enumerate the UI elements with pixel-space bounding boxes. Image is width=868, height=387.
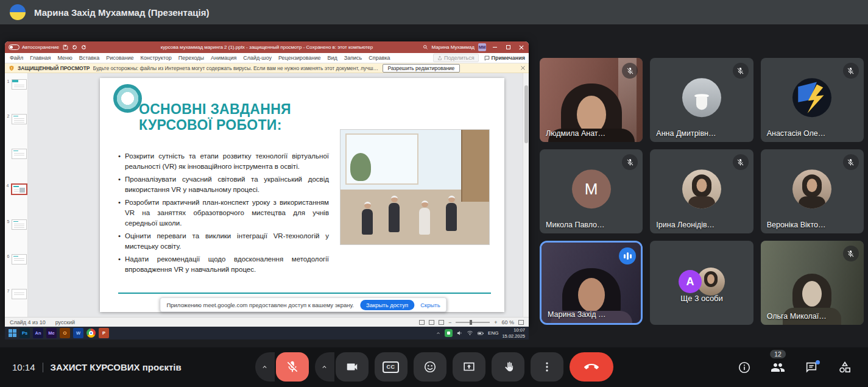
ppt-workspace: 1 2 4 5 xyxy=(5,73,529,317)
scrollbar-thumb[interactable] xyxy=(524,85,528,143)
avatar-detail xyxy=(696,96,707,110)
slide-thumbnail-5[interactable]: 5 xyxy=(6,219,27,230)
raise-hand-button[interactable] xyxy=(492,352,524,382)
participant-tile-iryna[interactable]: Ірина Леонідів… xyxy=(650,149,753,233)
participant-tile-veronika[interactable]: Вероніка Вікто… xyxy=(761,149,864,233)
thumb-sketch xyxy=(14,225,24,226)
slide-thumbnail-3[interactable] xyxy=(6,149,27,159)
reactions-button[interactable] xyxy=(414,352,446,382)
reading-view-icon[interactable] xyxy=(429,320,434,325)
zoom-percent[interactable]: 60 % xyxy=(501,319,514,325)
participant-tile-maryna-speaking[interactable]: Марина Захід … xyxy=(540,241,643,325)
people-button[interactable] xyxy=(771,360,785,375)
slide-thumbnail-7[interactable]: 7 xyxy=(6,289,27,299)
search-icon[interactable] xyxy=(423,44,428,50)
taskbar-app-powerpoint[interactable]: P xyxy=(99,328,109,338)
enable-editing-button[interactable]: Разрешить редактирование xyxy=(383,64,460,73)
participant-name: Людмила Анат… xyxy=(546,129,605,138)
protected-view-banner: ЗАЩИЩЕННЫЙ ПРОСМОТР Будьте осторожны: фа… xyxy=(5,63,529,73)
stop-sharing-button[interactable]: Закрыть доступ xyxy=(360,300,414,310)
taskbar-app-photoshop[interactable]: Ps xyxy=(19,328,30,338)
chrome-icon[interactable] xyxy=(86,328,96,338)
fit-slide-icon[interactable] xyxy=(518,320,524,325)
slide-thumbnail-4-active[interactable]: 4 xyxy=(5,183,27,195)
zoom-slider-knob[interactable] xyxy=(470,320,472,325)
captions-button[interactable]: CC xyxy=(375,352,408,382)
activities-button[interactable] xyxy=(838,360,852,375)
slideshow-view-icon[interactable] xyxy=(439,320,444,325)
raise-hand-icon xyxy=(501,360,515,374)
save-icon[interactable] xyxy=(63,44,68,50)
taskbar-app-orange[interactable]: O xyxy=(60,328,70,338)
taskbar-app-media-encoder[interactable]: Me xyxy=(46,328,57,338)
taskbar-app-animate[interactable]: An xyxy=(33,328,43,338)
thumb-sketch xyxy=(13,151,18,151)
shared-screen-powerpoint[interactable]: Автосохранение курсова мухаммад маринга … xyxy=(5,41,529,327)
menu-tab-transitions[interactable]: Переходы xyxy=(178,55,204,61)
vertical-scrollbar[interactable] xyxy=(523,73,529,317)
slide-thumbnail-1[interactable]: 1 xyxy=(6,79,27,90)
redo-icon[interactable] xyxy=(81,44,86,50)
photo-figure xyxy=(388,196,400,232)
autosave-toggle[interactable]: Автосохранение xyxy=(9,44,59,50)
keyboard-language[interactable]: ENG xyxy=(488,330,498,336)
participant-tile-anastasiia[interactable]: Анастасія Оле… xyxy=(761,58,864,142)
mic-off-icon xyxy=(843,63,859,79)
mic-off-icon xyxy=(843,246,859,261)
participant-tile-others-group[interactable]: А Ще 3 особи xyxy=(650,241,753,325)
menu-tab-menu[interactable]: Меню xyxy=(57,55,72,61)
mic-mute-button[interactable] xyxy=(276,352,309,382)
banner-close-icon[interactable] xyxy=(521,66,525,70)
menu-tab-home[interactable]: Главная xyxy=(30,55,51,61)
battery-icon[interactable] xyxy=(477,330,484,337)
more-options-button[interactable] xyxy=(531,352,563,382)
menu-tab-design[interactable]: Конструктор xyxy=(141,55,172,61)
proofing-language[interactable]: русский xyxy=(55,319,75,325)
hide-banner-link[interactable]: Скрыть xyxy=(420,302,440,308)
thumb-sketch xyxy=(14,122,24,122)
menu-tab-help[interactable]: Справка xyxy=(369,55,390,61)
menu-tab-view[interactable]: Вид xyxy=(327,55,337,61)
participant-tile-anna[interactable]: Анна Дмитрівн… xyxy=(650,58,753,142)
camera-button[interactable] xyxy=(336,352,369,382)
mic-options-chevron[interactable] xyxy=(255,352,275,382)
sorter-view-icon[interactable] xyxy=(419,320,425,325)
participant-tile-olha[interactable]: Ольга Миколаї… xyxy=(761,241,864,325)
menu-tab-draw[interactable]: Рисование xyxy=(106,55,133,61)
menu-tab-insert[interactable]: Вставка xyxy=(79,55,99,61)
avatar-letter: А xyxy=(679,270,702,293)
photo-figure xyxy=(445,196,457,231)
start-button[interactable] xyxy=(9,329,16,337)
slide-thumbnail-2[interactable]: 2 xyxy=(6,114,27,124)
menu-tab-review[interactable]: Рецензирование xyxy=(278,55,321,61)
undo-icon[interactable] xyxy=(72,44,77,50)
share-document-button[interactable]: Поделиться xyxy=(433,54,479,62)
meeting-details-button[interactable] xyxy=(738,361,751,374)
zoom-out-button[interactable]: − xyxy=(448,319,451,325)
tray-chevron-icon[interactable] xyxy=(436,330,441,336)
meet-camera-indicator[interactable] xyxy=(445,329,453,337)
close-button[interactable] xyxy=(517,43,526,51)
participant-tile-liudmyla[interactable]: Людмила Анат… xyxy=(540,58,643,142)
maximize-button[interactable] xyxy=(503,43,513,51)
mic-off-icon xyxy=(622,154,638,170)
menu-tab-animations[interactable]: Анимация xyxy=(211,55,236,61)
taskbar-app-word[interactable]: W xyxy=(73,328,83,338)
participant-tile-mykola[interactable]: М Микола Павло… xyxy=(540,149,643,233)
avatar-detail xyxy=(707,274,715,284)
slide-canvas: ОСНОВНІ ЗАВДАННЯ КУРСОВОЇ РОБОТИ: Розкри… xyxy=(28,73,529,317)
comments-button[interactable]: Примечания xyxy=(484,55,525,61)
end-call-button[interactable] xyxy=(570,352,613,382)
volume-icon[interactable] xyxy=(456,330,463,336)
present-button[interactable] xyxy=(453,352,485,382)
slide-thumbnail-6[interactable]: 6 xyxy=(6,254,27,265)
zoom-slider[interactable] xyxy=(456,322,490,323)
camera-options-chevron[interactable] xyxy=(315,352,334,382)
menu-tab-file[interactable]: Файл xyxy=(10,55,23,61)
minimize-button[interactable] xyxy=(490,43,499,51)
menu-tab-record[interactable]: Запись xyxy=(344,55,362,61)
network-icon[interactable] xyxy=(467,330,473,336)
tray-clock[interactable]: 10:07 15.02.2025 xyxy=(502,327,525,339)
zoom-in-button[interactable]: + xyxy=(494,319,497,325)
menu-tab-slideshow[interactable]: Слайд-шоу xyxy=(243,55,272,61)
